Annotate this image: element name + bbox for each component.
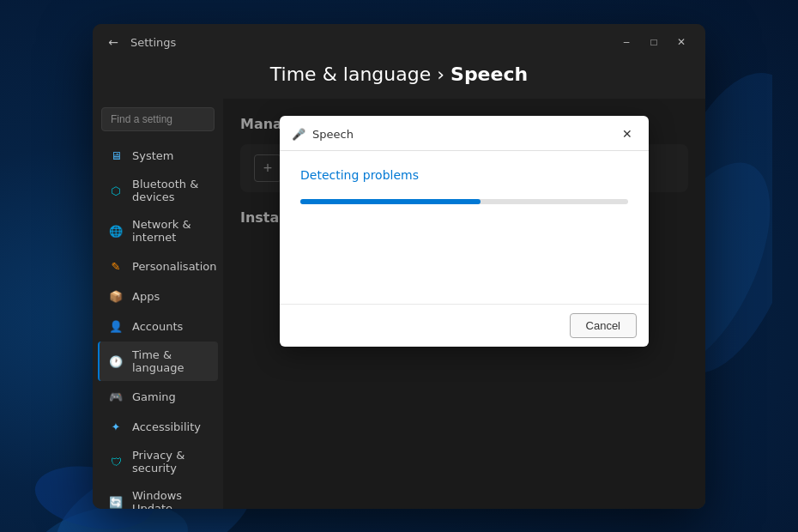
sidebar-item-privacy-security[interactable]: 🛡 Privacy & security xyxy=(98,442,218,481)
sidebar-label-apps: Apps xyxy=(132,290,160,303)
sidebar: 🖥 System ⬡ Bluetooth & devices 🌐 Network… xyxy=(93,99,223,509)
sidebar-label-gaming: Gaming xyxy=(132,390,176,403)
window-title: Settings xyxy=(130,36,176,49)
sidebar-item-network[interactable]: 🌐 Network & internet xyxy=(98,211,218,251)
dialog-title-left: 🎤 Speech xyxy=(292,128,354,141)
gaming-icon: 🎮 xyxy=(108,389,124,404)
sidebar-label-accessibility: Accessibility xyxy=(132,420,201,433)
sidebar-item-system[interactable]: 🖥 System xyxy=(98,141,218,170)
breadcrumb-parent: Time & language xyxy=(270,63,431,85)
breadcrumb-separator: › xyxy=(437,63,450,85)
apps-icon: 📦 xyxy=(108,288,124,304)
network-icon: 🌐 xyxy=(108,223,124,239)
sidebar-item-bluetooth[interactable]: ⬡ Bluetooth & devices xyxy=(98,171,218,210)
dialog-body: Detecting problems xyxy=(280,151,649,304)
sidebar-item-apps[interactable]: 📦 Apps xyxy=(98,281,218,311)
progress-bar-fill xyxy=(300,199,481,204)
sidebar-label-privacy: Privacy & security xyxy=(132,449,208,475)
sidebar-label-windows-update: Windows Update xyxy=(132,489,208,509)
system-icon: 🖥 xyxy=(108,148,124,163)
title-bar-left: ← Settings xyxy=(105,33,176,51)
accessibility-icon: ✦ xyxy=(108,419,124,434)
sidebar-label-time-language: Time & language xyxy=(132,348,208,374)
sidebar-label-system: System xyxy=(132,149,173,162)
back-button[interactable]: ← xyxy=(105,33,122,51)
sidebar-item-gaming[interactable]: 🎮 Gaming xyxy=(98,382,218,411)
window-controls: – □ ✕ xyxy=(614,33,693,51)
accounts-icon: 👤 xyxy=(108,318,124,334)
main-layout: 🖥 System ⬡ Bluetooth & devices 🌐 Network… xyxy=(93,99,705,509)
sidebar-label-personalisation: Personalisation xyxy=(132,260,217,273)
personalisation-icon: ✎ xyxy=(108,258,124,274)
page-header: Time & language › Speech xyxy=(93,60,705,99)
sidebar-item-time-language[interactable]: 🕐 Time & language xyxy=(98,342,218,381)
close-button[interactable]: ✕ xyxy=(669,33,693,51)
search-container xyxy=(93,102,223,140)
settings-window: ← Settings – □ ✕ Time & language › Speec… xyxy=(93,24,705,509)
minimize-button[interactable]: – xyxy=(614,33,638,51)
sidebar-item-accessibility[interactable]: ✦ Accessibility xyxy=(98,412,218,441)
dialog-overlay: 🎤 Speech ✕ Detecting problems xyxy=(223,99,705,509)
title-bar: ← Settings – □ ✕ xyxy=(93,24,705,60)
search-input[interactable] xyxy=(101,107,215,131)
content-area: Manage voices + Add voices Installed voi… xyxy=(223,99,705,509)
sidebar-label-accounts: Accounts xyxy=(132,320,183,333)
windows-update-icon: 🔄 xyxy=(108,494,124,509)
cancel-button[interactable]: Cancel xyxy=(570,313,637,338)
sidebar-label-network: Network & internet xyxy=(132,218,208,244)
page-breadcrumb: Time & language › Speech xyxy=(270,63,528,85)
time-language-icon: 🕐 xyxy=(108,354,124,369)
dialog-title-bar: 🎤 Speech ✕ xyxy=(280,116,649,151)
progress-bar-container xyxy=(300,199,628,204)
dialog-title-text: Speech xyxy=(312,128,354,141)
bluetooth-icon: ⬡ xyxy=(108,183,124,198)
dialog-footer: Cancel xyxy=(280,304,649,347)
page-title: Speech xyxy=(450,63,528,85)
privacy-icon: 🛡 xyxy=(108,454,124,469)
detecting-text: Detecting problems xyxy=(300,168,628,182)
dialog-title-icon: 🎤 xyxy=(292,128,305,141)
detecting-dialog: 🎤 Speech ✕ Detecting problems xyxy=(280,116,649,347)
maximize-button[interactable]: □ xyxy=(642,33,666,51)
dialog-close-button[interactable]: ✕ xyxy=(618,124,637,143)
sidebar-item-personalisation[interactable]: ✎ Personalisation xyxy=(98,251,218,281)
sidebar-label-bluetooth: Bluetooth & devices xyxy=(132,178,208,203)
sidebar-item-windows-update[interactable]: 🔄 Windows Update xyxy=(98,482,218,509)
sidebar-item-accounts[interactable]: 👤 Accounts xyxy=(98,311,218,341)
